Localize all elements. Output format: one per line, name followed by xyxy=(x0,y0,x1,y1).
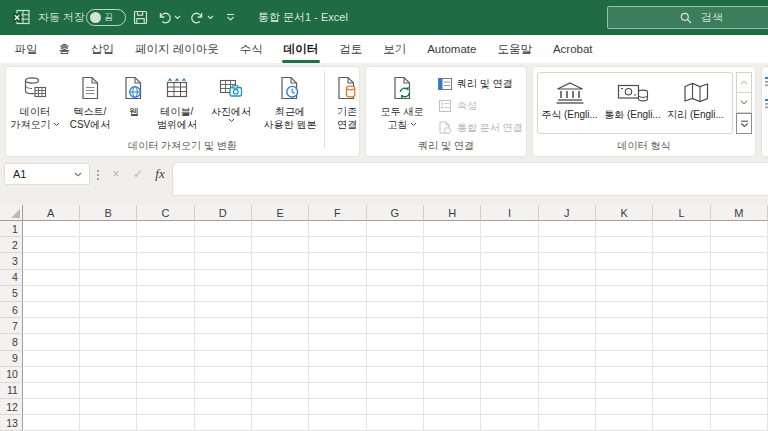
cell-G3[interactable] xyxy=(367,253,424,269)
cell-E7[interactable] xyxy=(252,318,309,334)
cell-E6[interactable] xyxy=(252,302,309,318)
cell-G12[interactable] xyxy=(367,399,424,415)
search-input[interactable]: 검색 xyxy=(607,6,768,29)
cell-B11[interactable] xyxy=(80,383,137,399)
cell-J6[interactable] xyxy=(539,302,596,318)
tab-home[interactable]: 홈 xyxy=(48,35,81,63)
cell-F5[interactable] xyxy=(309,286,366,302)
cell-A11[interactable] xyxy=(23,383,80,399)
cell-B3[interactable] xyxy=(80,253,137,269)
cell-I8[interactable] xyxy=(481,334,538,350)
row-header-3[interactable]: 3 xyxy=(0,253,23,269)
cell-A8[interactable] xyxy=(23,334,80,350)
cell-D3[interactable] xyxy=(195,253,252,269)
cell-D12[interactable] xyxy=(195,399,252,415)
cell-E3[interactable] xyxy=(252,253,309,269)
tab-file[interactable]: 파일 xyxy=(4,35,48,63)
cell-M3[interactable] xyxy=(711,253,768,269)
cell-K3[interactable] xyxy=(596,253,653,269)
cell-I13[interactable] xyxy=(481,415,538,431)
cell-E9[interactable] xyxy=(252,351,309,367)
cell-K6[interactable] xyxy=(596,302,653,318)
cell-G4[interactable] xyxy=(367,270,424,286)
cell-H9[interactable] xyxy=(424,351,481,367)
formula-input[interactable] xyxy=(172,162,768,196)
cell-F10[interactable] xyxy=(309,367,366,383)
gallery-scroll-down-button[interactable] xyxy=(736,93,752,113)
cell-M10[interactable] xyxy=(711,367,768,383)
cell-F7[interactable] xyxy=(309,318,366,334)
cell-A5[interactable] xyxy=(23,286,80,302)
cell-I1[interactable] xyxy=(481,221,538,237)
cell-D6[interactable] xyxy=(195,302,252,318)
existing-connections-button[interactable]: 기존 연결 xyxy=(327,69,367,131)
name-box[interactable]: A1 xyxy=(4,163,90,185)
cell-E13[interactable] xyxy=(252,415,309,431)
cell-I10[interactable] xyxy=(481,367,538,383)
refresh-all-button[interactable]: 모두 새로 고침 xyxy=(374,69,430,131)
cell-E1[interactable] xyxy=(252,221,309,237)
cell-K13[interactable] xyxy=(596,415,653,431)
name-box-resizer[interactable] xyxy=(97,170,99,172)
cell-L10[interactable] xyxy=(653,367,710,383)
gallery-scroll-up-button[interactable] xyxy=(736,72,752,93)
cell-C13[interactable] xyxy=(137,415,194,431)
quick-access-overflow-button[interactable] xyxy=(226,0,235,35)
column-header-G[interactable]: G xyxy=(367,205,424,221)
cell-C3[interactable] xyxy=(137,253,194,269)
row-header-11[interactable]: 11 xyxy=(0,383,23,399)
cell-J1[interactable] xyxy=(539,221,596,237)
column-header-B[interactable]: B xyxy=(80,205,137,221)
cell-G13[interactable] xyxy=(367,415,424,431)
cell-H12[interactable] xyxy=(424,399,481,415)
column-header-E[interactable]: E xyxy=(252,205,309,221)
cell-G1[interactable] xyxy=(367,221,424,237)
cell-E8[interactable] xyxy=(252,334,309,350)
cell-G5[interactable] xyxy=(367,286,424,302)
cell-M2[interactable] xyxy=(711,237,768,253)
cell-G9[interactable] xyxy=(367,351,424,367)
column-header-K[interactable]: K xyxy=(596,205,653,221)
cell-G8[interactable] xyxy=(367,334,424,350)
cell-J5[interactable] xyxy=(539,286,596,302)
cell-I6[interactable] xyxy=(481,302,538,318)
cell-A13[interactable] xyxy=(23,415,80,431)
cell-M1[interactable] xyxy=(711,221,768,237)
row-header-10[interactable]: 10 xyxy=(0,367,23,383)
cell-H6[interactable] xyxy=(424,302,481,318)
cell-K12[interactable] xyxy=(596,399,653,415)
cell-M6[interactable] xyxy=(711,302,768,318)
cell-I2[interactable] xyxy=(481,237,538,253)
cell-C2[interactable] xyxy=(137,237,194,253)
cell-M9[interactable] xyxy=(711,351,768,367)
cell-C5[interactable] xyxy=(137,286,194,302)
cell-F12[interactable] xyxy=(309,399,366,415)
from-web-button[interactable]: 웹 xyxy=(118,69,150,118)
cell-G6[interactable] xyxy=(367,302,424,318)
cell-B10[interactable] xyxy=(80,367,137,383)
cell-I3[interactable] xyxy=(481,253,538,269)
row-header-12[interactable]: 12 xyxy=(0,399,23,415)
cell-H3[interactable] xyxy=(424,253,481,269)
cell-K1[interactable] xyxy=(596,221,653,237)
cell-K10[interactable] xyxy=(596,367,653,383)
cell-M12[interactable] xyxy=(711,399,768,415)
column-header-L[interactable]: L xyxy=(653,205,710,221)
column-header-M[interactable]: M xyxy=(711,205,768,221)
cell-I5[interactable] xyxy=(481,286,538,302)
cell-K8[interactable] xyxy=(596,334,653,350)
cell-M13[interactable] xyxy=(711,415,768,431)
cell-L7[interactable] xyxy=(653,318,710,334)
cell-I7[interactable] xyxy=(481,318,538,334)
cell-F6[interactable] xyxy=(309,302,366,318)
cell-D5[interactable] xyxy=(195,286,252,302)
cell-K2[interactable] xyxy=(596,237,653,253)
cell-M11[interactable] xyxy=(711,383,768,399)
undo-dropdown[interactable] xyxy=(174,0,181,35)
redo-dropdown[interactable] xyxy=(207,0,214,35)
cell-J7[interactable] xyxy=(539,318,596,334)
row-header-6[interactable]: 6 xyxy=(0,302,23,318)
cell-H10[interactable] xyxy=(424,367,481,383)
enter-button[interactable]: ✓ xyxy=(129,163,147,185)
gallery-more-button[interactable] xyxy=(736,113,752,134)
